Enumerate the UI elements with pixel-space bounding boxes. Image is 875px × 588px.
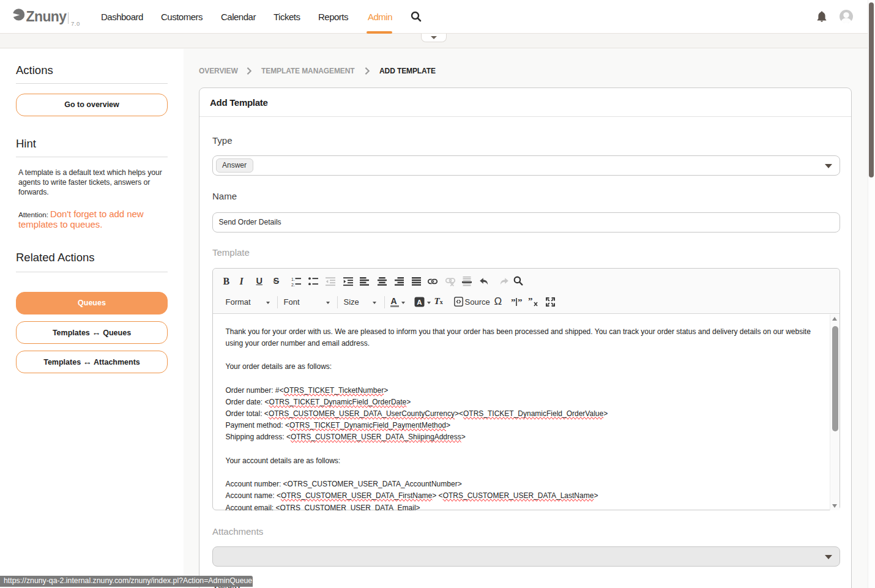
svg-text:”: ”	[511, 297, 516, 307]
svg-text:A: A	[417, 299, 422, 306]
svg-text:1.: 1.	[291, 277, 295, 281]
svg-text:”: ”	[518, 297, 523, 307]
svg-text:2.: 2.	[291, 283, 295, 287]
svg-text:”: ”	[528, 297, 533, 306]
